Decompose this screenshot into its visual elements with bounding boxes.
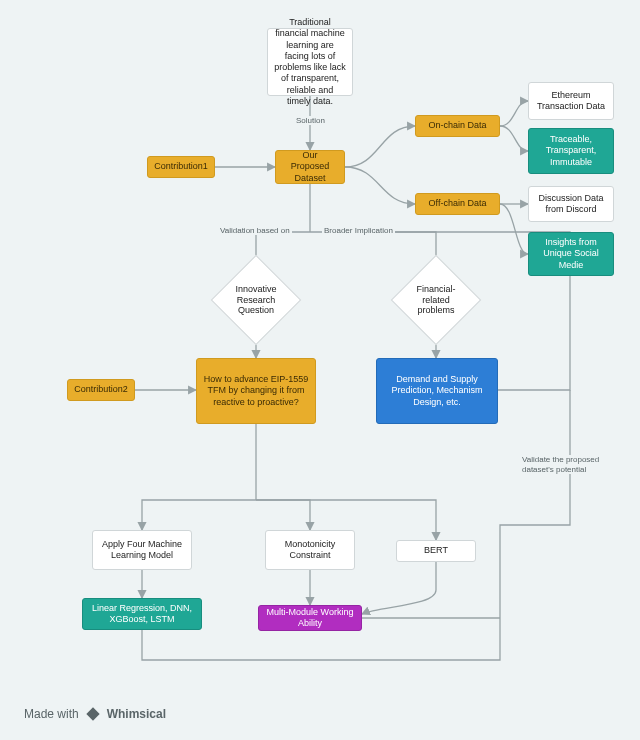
edge-label-validate-potential: Validate the proposed dataset's potentia… xyxy=(520,455,608,474)
footer: Made with Whimsical xyxy=(24,706,166,722)
node-offchain-data: Off-chain Data xyxy=(415,193,500,215)
node-discord: Discussion Data from Discord xyxy=(528,186,614,222)
node-contribution1: Contribution1 xyxy=(147,156,215,178)
node-insights: Insights from Unique Social Medie xyxy=(528,232,614,276)
node-eth-tx: Ethereum Transaction Data xyxy=(528,82,614,120)
node-demand-supply: Demand and Supply Prediction, Mechanism … xyxy=(376,358,498,424)
node-onchain-data: On-chain Data xyxy=(415,115,500,137)
node-proposed-dataset: Our Proposed Dataset xyxy=(275,150,345,184)
node-intro: Traditional financial machine learning a… xyxy=(267,28,353,96)
whimsical-logo-icon xyxy=(85,706,101,722)
node-contribution2: Contribution2 xyxy=(67,379,135,401)
node-bert: BERT xyxy=(396,540,476,562)
node-models: Linear Regression, DNN, XGBoost, LSTM xyxy=(82,598,202,630)
node-traceable: Traceable, Transparent, Immutable xyxy=(528,128,614,174)
node-innovative-research-question: Innovative Research Question xyxy=(224,268,288,332)
node-apply-four-ml: Apply Four Machine Learning Model xyxy=(92,530,192,570)
edge-label-broader: Broader Implication xyxy=(322,226,395,235)
edge-label-validation: Validation based on xyxy=(218,226,292,235)
node-monotonicity: Monotonicity Constraint xyxy=(265,530,355,570)
node-eip: How to advance EIP-1559 TFM by changing … xyxy=(196,358,316,424)
node-financial-related-problems: Financial-related problems xyxy=(404,268,468,332)
footer-brand: Whimsical xyxy=(107,707,166,721)
footer-made-with: Made with xyxy=(24,707,79,721)
edge-label-solution: Solution xyxy=(294,116,327,125)
node-multi-module: Multi-Module Working Ability xyxy=(258,605,362,631)
